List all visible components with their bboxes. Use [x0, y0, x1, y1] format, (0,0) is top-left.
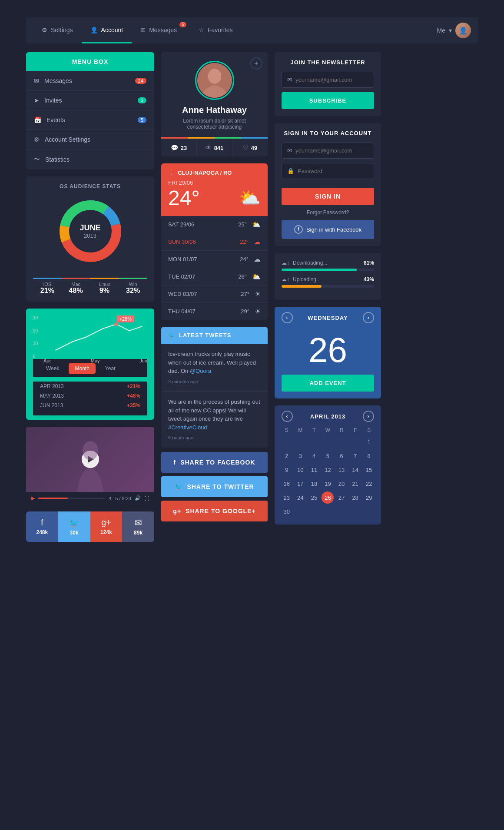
- tab-messages[interactable]: ✉ Messages 5: [132, 17, 190, 43]
- profile-stats-row: 💬 23 👁 841 ♡ 49: [161, 139, 268, 156]
- signin-email-field[interactable]: ✉: [282, 143, 374, 159]
- eye-icon: 👁: [206, 144, 212, 151]
- cal-next-button[interactable]: ›: [363, 312, 374, 323]
- sign-in-button[interactable]: SIGN IN: [282, 188, 374, 205]
- cal-day-1[interactable]: 1: [363, 436, 375, 448]
- lock-icon: 🔒: [287, 168, 294, 174]
- social-google-plus[interactable]: g+ 124k: [90, 511, 123, 542]
- weather-row-3: TUE 02/07 26° ⛅: [161, 268, 268, 286]
- social-facebook[interactable]: f 248k: [26, 511, 58, 542]
- cal-day-13[interactable]: 13: [335, 464, 348, 476]
- ios-color-bar: [33, 278, 62, 279]
- subscribe-button[interactable]: SUBSCRIBE: [282, 92, 374, 109]
- profile-views: 👁 841: [197, 139, 232, 156]
- messages-badge: 5: [179, 22, 186, 27]
- newsletter-email-field[interactable]: ✉: [282, 72, 374, 88]
- chart-area: 30 20 10 0 +28% Apr May Jun: [33, 315, 147, 359]
- video-progress-fill: [38, 498, 68, 499]
- chart-btn-year[interactable]: Year: [99, 363, 122, 374]
- cal-day-28[interactable]: 28: [349, 491, 361, 504]
- tweet-0-link[interactable]: @Quora: [190, 368, 211, 374]
- cal-day-3[interactable]: 3: [294, 450, 306, 462]
- calendar-month-title: APRIL 2013: [310, 413, 345, 420]
- share-googleplus-button[interactable]: g+ SHARE TO GOOGLE+: [161, 501, 268, 521]
- forgot-password-link[interactable]: Forgot Password?: [282, 209, 374, 216]
- chart-btn-week[interactable]: Week: [40, 363, 65, 374]
- cal-day-16[interactable]: 16: [281, 478, 293, 490]
- signin-password-input[interactable]: [298, 168, 368, 174]
- cal-day-6[interactable]: 6: [335, 450, 348, 462]
- play-icon[interactable]: ▶: [31, 495, 35, 501]
- cal-day-19[interactable]: 19: [322, 478, 334, 490]
- calendar-month-header: ‹ APRIL 2013 ›: [275, 405, 381, 427]
- weather-panel: 📍 CLUJ-NAPOCA / RO FRI 29/06 24° ⛅ SAT 2…: [161, 163, 268, 320]
- menu-item-account-settings[interactable]: ⚙ Account Settings: [26, 130, 154, 149]
- cal-day-9[interactable]: 9: [281, 464, 293, 476]
- cal-day-27[interactable]: 27: [335, 491, 348, 504]
- chart-may-value: +48%: [127, 393, 140, 399]
- cal-day-22[interactable]: 22: [363, 478, 375, 490]
- upload-cloud-icon: ☁↑: [282, 276, 289, 282]
- video-progress-bar[interactable]: [38, 498, 105, 499]
- cal-prev-button[interactable]: ‹: [282, 312, 293, 323]
- cal-day-8[interactable]: 8: [363, 450, 375, 462]
- tab-settings[interactable]: ⚙ Settings: [33, 17, 82, 43]
- profile-avatar-svg: [197, 63, 232, 98]
- signin-password-field[interactable]: 🔒: [282, 163, 374, 179]
- user-icon: 👤: [90, 27, 98, 33]
- social-email[interactable]: ✉ 89k: [122, 511, 154, 542]
- cal-day-14[interactable]: 14: [349, 464, 361, 476]
- cal-day-12[interactable]: 12: [322, 464, 334, 476]
- cal-day-21[interactable]: 21: [349, 478, 361, 490]
- menu-item-messages[interactable]: ✉ Messages 24: [26, 71, 154, 91]
- em-icon: ✉: [126, 518, 151, 528]
- cal-day-18[interactable]: 18: [308, 478, 320, 490]
- social-twitter[interactable]: 🐦 30k: [58, 511, 90, 542]
- cal-day-26-today[interactable]: 26: [322, 491, 334, 504]
- tab-account[interactable]: 👤 Account: [82, 17, 132, 43]
- add-event-button[interactable]: ADD EVENT: [282, 375, 374, 392]
- profile-name: Anne Hathaway: [170, 105, 259, 115]
- menu-item-events[interactable]: 📅 Events 5: [26, 110, 154, 130]
- cal-day-29[interactable]: 29: [363, 491, 375, 504]
- share-twitter-button[interactable]: 🐦 SHARE TO TWITTER: [161, 476, 268, 497]
- cal-day-24[interactable]: 24: [294, 491, 306, 504]
- volume-icon[interactable]: 🔊: [135, 495, 141, 501]
- profile-add-button[interactable]: +: [250, 57, 262, 70]
- user-menu[interactable]: Me ▾ 👤: [437, 23, 471, 38]
- fullscreen-icon[interactable]: ⛶: [144, 496, 149, 501]
- cal-month-prev-button[interactable]: ‹: [282, 411, 293, 422]
- cal-day-23[interactable]: 23: [281, 491, 293, 504]
- profile-panel: + Anne Hathaway Lorem ipsum dolor sit am…: [161, 52, 268, 156]
- newsletter-panel: JOIN THE NEWSLETTER ✉ SUBSCRIBE: [275, 52, 381, 116]
- tw-share-icon: 🐦: [175, 483, 182, 490]
- share-facebook-button[interactable]: f SHARE TO FACEBOOK: [161, 452, 268, 473]
- cal-day-7[interactable]: 7: [349, 450, 361, 462]
- cal-day-20[interactable]: 20: [335, 478, 348, 490]
- cal-day-30[interactable]: 30: [281, 505, 293, 518]
- tweet-1-link[interactable]: #CreativeCloud: [168, 424, 207, 431]
- cal-day-17[interactable]: 17: [294, 478, 306, 490]
- cal-day-25[interactable]: 25: [308, 491, 320, 504]
- cal-day-5[interactable]: 5: [322, 450, 334, 462]
- cal-day-10[interactable]: 10: [294, 464, 306, 476]
- cal-month-next-button[interactable]: ›: [363, 411, 374, 422]
- menu-item-invites[interactable]: ➤ Invites 3: [26, 91, 154, 110]
- signin-email-input[interactable]: [295, 147, 368, 154]
- menu-messages-label: Messages: [44, 77, 72, 84]
- menu-item-statistics[interactable]: 〜 Statistics: [26, 149, 154, 169]
- donut-label: JUNE 2013: [80, 223, 100, 239]
- mail-icon: ✉: [140, 27, 146, 33]
- cal-day-4[interactable]: 4: [308, 450, 320, 462]
- tab-settings-label: Settings: [51, 27, 73, 33]
- cal-day-11[interactable]: 11: [308, 464, 320, 476]
- cal-day-15[interactable]: 15: [363, 464, 375, 476]
- video-person-silhouette: [73, 440, 108, 492]
- chart-btn-month[interactable]: Month: [69, 363, 95, 374]
- newsletter-email-input[interactable]: [295, 76, 368, 83]
- cal-day-2[interactable]: 2: [281, 450, 293, 462]
- tab-favorites[interactable]: ☆ Favorites: [190, 17, 242, 43]
- chart-apr-label: APR 2013: [40, 383, 64, 389]
- fb-signin-button[interactable]: f Sign in with Facebook: [282, 220, 374, 239]
- download-header: ☁↓ Downloading... 81%: [282, 260, 374, 266]
